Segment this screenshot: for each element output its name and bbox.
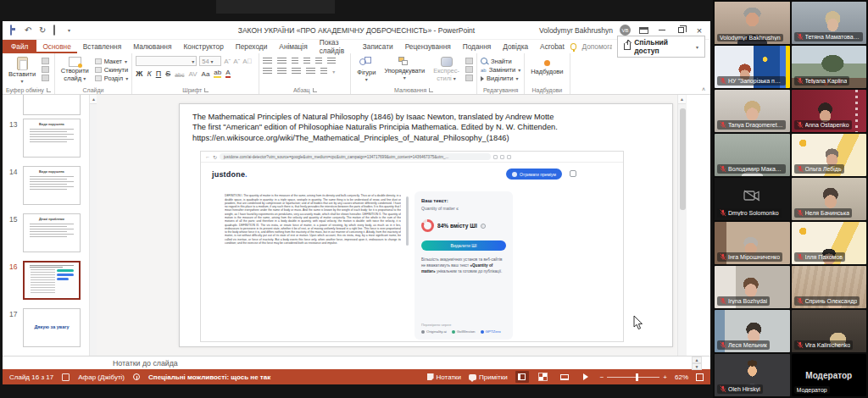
tab-переходи[interactable]: Переходи	[230, 40, 274, 53]
slide-thumbnail[interactable]: Деякі проблеми	[23, 213, 81, 252]
shrink-font-icon[interactable]: Aˇ	[233, 58, 240, 65]
zoom-percentage[interactable]: 62%	[675, 373, 688, 381]
slide-thumbnail[interactable]: Види порушень	[23, 119, 81, 158]
replace-button[interactable]: abЗамінити▾	[481, 66, 520, 74]
slide-thumbnail-row[interactable]: 15 Деякі проблеми	[3, 212, 89, 259]
redo-icon[interactable]: ↻	[39, 26, 47, 35]
tab-file[interactable]: Файл	[3, 40, 36, 53]
undo-icon[interactable]: ↶	[25, 26, 33, 35]
arrange-button[interactable]: Упорядкувати▾	[381, 56, 427, 87]
shape-fill-icon[interactable]	[465, 58, 473, 64]
participant-tile[interactable]: Леся Мельник	[715, 310, 790, 352]
slide-thumbnail-row[interactable]	[3, 95, 89, 117]
participant-tile[interactable]: Oleh Hirskyi	[715, 354, 790, 396]
tab-подання[interactable]: Подання	[457, 40, 498, 53]
slide-text-block[interactable]: The Mathematical Principles of Natural P…	[192, 112, 662, 143]
align-center-icon[interactable]	[277, 68, 287, 75]
shapes-button[interactable]: Фігури▾	[354, 56, 378, 87]
columns-icon[interactable]	[320, 68, 327, 75]
format-painter-icon[interactable]	[42, 75, 49, 81]
accessibility-status[interactable]: Спеціальні можливості: щось не так	[148, 373, 270, 381]
find-button[interactable]: Знайти	[481, 58, 520, 65]
help-label[interactable]: Допомога	[581, 42, 612, 51]
tab-acrobat[interactable]: Acrobat	[534, 40, 570, 53]
copy-icon[interactable]	[42, 66, 49, 73]
highlight-color-button[interactable]: ab	[214, 69, 221, 78]
next-slide-icon[interactable]: ▼	[692, 363, 702, 370]
slide-counter[interactable]: Слайд 16 з 17	[9, 373, 53, 381]
paste-button[interactable]: Вставити▾	[6, 56, 38, 87]
notes-toggle[interactable]: Нотатки	[427, 373, 462, 381]
select-button[interactable]: Виділити▾	[481, 75, 520, 82]
participant-tile[interactable]: Volodymyr Bakhrushyn	[715, 2, 790, 44]
participant-tile[interactable]: Anna Ostapenko	[792, 90, 867, 132]
font-name-combo[interactable]: ▾	[136, 56, 197, 66]
scrollbar-thumb[interactable]	[680, 108, 686, 210]
slide-thumbnail-row[interactable]: 13 Види порушень	[3, 117, 89, 164]
zoom-slider[interactable]	[607, 377, 659, 378]
font-size-combo[interactable]: 54▾	[199, 56, 221, 66]
bold-button[interactable]: Ж	[136, 69, 142, 78]
slide-thumbnail-row[interactable]: 16	[3, 259, 89, 307]
collapse-ribbon-chevron[interactable]: ˄	[702, 86, 705, 92]
tell-me-lightbulb-icon[interactable]	[570, 43, 577, 50]
paragraph-dialog-launcher[interactable]	[313, 88, 317, 92]
font-dialog-launcher[interactable]	[204, 88, 209, 92]
smartart-convert-caret[interactable]: ▾	[332, 69, 335, 75]
participant-tile[interactable]: Інга Мірошниченко	[715, 222, 790, 264]
close-button[interactable]: ×	[693, 25, 705, 36]
tab-основне[interactable]: Основне	[36, 40, 76, 53]
line-spacing-icon[interactable]	[315, 58, 322, 64]
decrease-indent-icon[interactable]	[292, 58, 298, 64]
notes-bar[interactable]: Нотатки до слайда ▲ ▼	[3, 356, 710, 369]
participant-tile[interactable]: Спринь Олександр	[792, 266, 867, 308]
increase-indent-icon[interactable]	[303, 58, 310, 64]
slide-thumbnail-row[interactable]: 14 Види порушень	[3, 164, 89, 212]
grow-font-icon[interactable]: Aˆ	[224, 58, 231, 65]
bullets-icon[interactable]	[263, 58, 272, 64]
participant-tile[interactable]: НУ "Запорізька політ...	[715, 46, 790, 88]
tab-малювання[interactable]: Малювання	[127, 40, 177, 53]
tab-довідка[interactable]: Довідка	[497, 40, 534, 53]
text-direction-icon[interactable]	[327, 58, 336, 64]
reset-button[interactable]: Скинути	[95, 66, 128, 74]
new-slide-button[interactable]: Створити слайд ▾	[58, 56, 92, 87]
customize-qat-caret[interactable]: ▾	[68, 27, 70, 33]
change-case-button[interactable]: Aa	[202, 70, 210, 78]
comments-toggle[interactable]: Примітки	[469, 373, 508, 381]
align-left-icon[interactable]	[263, 68, 272, 75]
slide-sorter-view-button[interactable]	[537, 371, 550, 383]
underline-button[interactable]: П	[156, 69, 161, 78]
clear-formatting-icon[interactable]: A⃠	[242, 58, 252, 65]
font-color-button[interactable]: A	[225, 69, 230, 78]
layout-button[interactable]: Макет▾	[95, 58, 128, 65]
reading-view-button[interactable]	[558, 371, 571, 383]
ribbon-display-options-icon[interactable]	[637, 25, 649, 36]
fit-slide-to-window-icon[interactable]	[696, 373, 704, 381]
restore-button[interactable]	[675, 25, 687, 36]
participant-tile[interactable]: Ольга Лебідь	[792, 134, 867, 176]
participant-tile[interactable]: Володимир Макарен...	[715, 134, 790, 176]
slide-thumbnail[interactable]: Види порушень	[23, 166, 81, 205]
participant-tile[interactable]: Tanya Dragomeretska	[715, 90, 790, 132]
tab-показ-слайдів[interactable]: Показ слайдів	[314, 40, 357, 53]
justify-icon[interactable]	[306, 68, 315, 75]
previous-slide-icon[interactable]: ▲	[692, 357, 702, 363]
participant-tile[interactable]: Tetyana Kaplina	[792, 46, 867, 88]
participant-tile[interactable]: Vira Kalinichenko	[792, 310, 867, 352]
drawing-dialog-launcher[interactable]	[429, 88, 433, 92]
character-spacing-button[interactable]: AV	[188, 70, 197, 78]
cut-icon[interactable]	[42, 58, 49, 64]
thumbnail-scrollbar[interactable]: ▲	[89, 95, 97, 356]
participant-tile[interactable]: Тетяна Маматова, н...	[792, 2, 867, 44]
tab-анімація[interactable]: Анімація	[273, 40, 313, 53]
scroll-up-icon[interactable]: ▲	[678, 95, 686, 104]
normal-view-button[interactable]	[515, 371, 529, 383]
participant-tile[interactable]: Ілля Пахомов	[792, 222, 867, 264]
italic-button[interactable]: К	[147, 69, 151, 78]
tab-рецензування[interactable]: Рецензування	[399, 40, 457, 53]
save-icon[interactable]	[10, 26, 19, 35]
slide-thumbnail[interactable]	[23, 95, 81, 115]
shape-effects-icon[interactable]	[465, 75, 473, 81]
language-indicator[interactable]: Афар (Джібуті)	[78, 373, 125, 381]
